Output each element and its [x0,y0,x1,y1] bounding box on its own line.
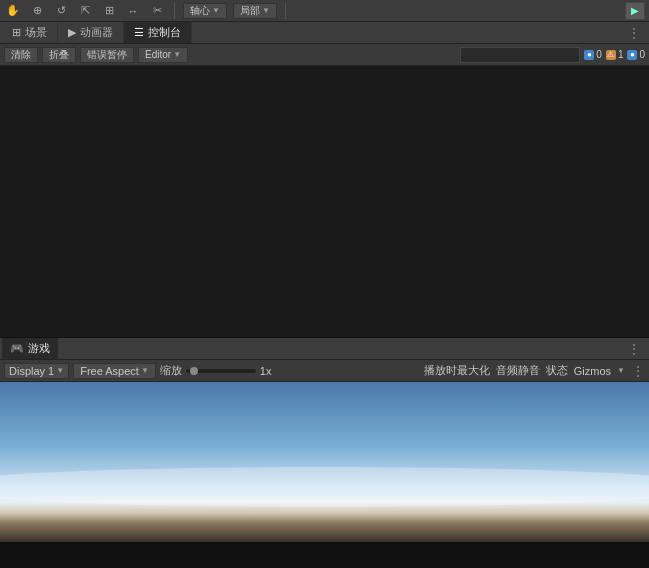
pivot-label: 轴心 [190,4,210,18]
animator-tab-icon: ▶ [68,26,76,39]
error-pause-button[interactable]: 错误暂停 [80,47,134,63]
local-dropdown[interactable]: 局部 ▼ [233,3,277,19]
info-status: ● 0 [584,49,602,60]
error-count: 0 [639,49,645,60]
editor-label: Editor [145,49,171,60]
warn-status: ⚠ 1 [606,49,624,60]
maximize-button[interactable]: 播放时最大化 [424,363,490,378]
separator-1 [174,3,175,19]
warn-icon: ⚠ [606,50,616,60]
scene-tab-bar: ⊞ 场景 ▶ 动画器 ☰ 控制台 ⋮ [0,22,649,44]
gizmos-button[interactable]: Gizmos [574,365,611,377]
tool-transform-icon[interactable]: ↔ [124,2,142,20]
tab-bar-kebab[interactable]: ⋮ [621,25,647,41]
game-tab-kebab[interactable]: ⋮ [621,341,647,357]
console-tab-icon: ☰ [134,26,144,39]
console-tab-label: 控制台 [148,25,181,40]
controls-kebab[interactable]: ⋮ [631,363,645,379]
error-status: ● 0 [627,49,645,60]
scene-tab-label: 场景 [25,25,47,40]
info-count: 0 [596,49,602,60]
scale-label: 缩放 [160,363,182,378]
scale-thumb [190,367,198,375]
tool-rect-icon[interactable]: ⊞ [100,2,118,20]
svg-rect-0 [0,382,649,542]
tab-animator[interactable]: ▶ 动画器 [58,22,124,43]
display-dropdown[interactable]: Display 1 ▼ [4,363,69,379]
animator-tab-label: 动画器 [80,25,113,40]
editor-dropdown[interactable]: Editor ▼ [138,47,188,63]
stats-button[interactable]: 状态 [546,363,568,378]
clear-button[interactable]: 清除 [4,47,38,63]
tool-crosshair-icon[interactable]: ⊕ [28,2,46,20]
info-icon: ● [584,50,594,60]
right-controls: 播放时最大化 音频静音 状态 Gizmos ▼ ⋮ [424,363,645,379]
error-icon: ● [627,50,637,60]
aspect-label: Free Aspect [80,365,139,377]
tab-game[interactable]: 🎮 游戏 [2,338,58,359]
collapse-button[interactable]: 折叠 [42,47,76,63]
tool-cut-icon[interactable]: ✂ [148,2,166,20]
display-arrow-icon: ▼ [56,366,64,375]
top-toolbar: ✋ ⊕ ↺ ⇱ ⊞ ↔ ✂ 轴心 ▼ 局部 ▼ ▶ [0,0,649,22]
scale-slider[interactable] [186,369,256,373]
tab-scene[interactable]: ⊞ 场景 [2,22,58,43]
game-controls-bar: Display 1 ▼ Free Aspect ▼ 缩放 1x 播放时最大化 音… [0,360,649,382]
sky-background [0,382,649,542]
toolbar-right: ▶ [625,2,645,20]
game-viewport: Enter text... [0,382,649,568]
local-arrow-icon: ▼ [262,6,270,15]
tool-rotate-icon[interactable]: ↺ [52,2,70,20]
warn-count: 1 [618,49,624,60]
status-area: ● 0 ⚠ 1 ● 0 [584,49,645,60]
aspect-arrow-icon: ▼ [141,366,149,375]
tool-hand-icon[interactable]: ✋ [4,2,22,20]
mute-button[interactable]: 音频静音 [496,363,540,378]
pivot-dropdown[interactable]: 轴心 ▼ [183,3,227,19]
scene-viewport [0,66,649,338]
play-icon: ▶ [631,5,639,16]
tab-console[interactable]: ☰ 控制台 [124,22,192,43]
tool-scale-icon[interactable]: ⇱ [76,2,94,20]
game-tab-icon: 🎮 [10,342,24,355]
svg-point-1 [0,467,649,507]
pivot-arrow-icon: ▼ [212,6,220,15]
gizmos-arrow-icon: ▼ [617,366,625,375]
game-tab-label: 游戏 [28,341,50,356]
scale-value: 1x [260,365,272,377]
separator-2 [285,3,286,19]
local-label: 局部 [240,4,260,18]
console-toolbar: 清除 折叠 错误暂停 Editor ▼ ● 0 ⚠ 1 ● 0 [0,44,649,66]
aspect-dropdown[interactable]: Free Aspect ▼ [73,363,156,379]
editor-arrow-icon: ▼ [173,50,181,59]
display-label: Display 1 [9,365,54,377]
scale-section: 缩放 1x [160,363,272,378]
game-tab-bar: 🎮 游戏 ⋮ [0,338,649,360]
scene-tab-icon: ⊞ [12,26,21,39]
console-search-input[interactable] [460,47,580,63]
play-button[interactable]: ▶ [625,2,645,20]
